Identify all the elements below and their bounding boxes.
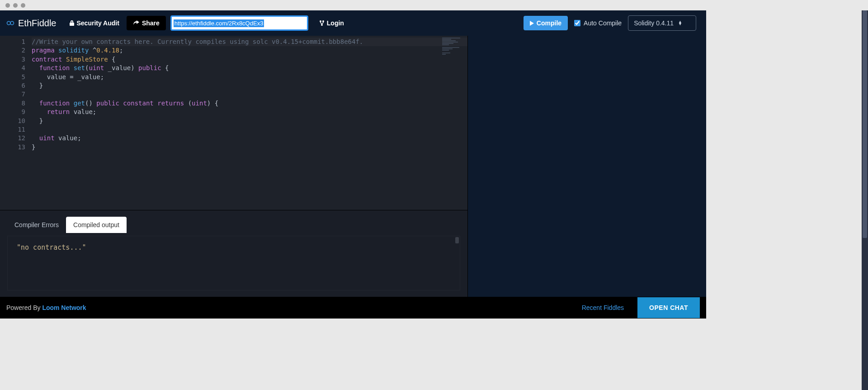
logo-icon — [6, 19, 14, 27]
right-panel — [467, 36, 706, 297]
login-link[interactable]: Login — [315, 16, 349, 30]
output-text: "no contracts..." — [17, 243, 86, 252]
open-chat-button[interactable]: OPEN CHAT — [637, 297, 700, 318]
compile-label: Compile — [537, 19, 561, 27]
editor-gutter: 12345678910111213 — [0, 36, 29, 210]
output-scrollbar[interactable] — [455, 237, 459, 243]
auto-compile-checkbox[interactable] — [574, 20, 580, 26]
security-audit-label: Security Audit — [77, 19, 119, 27]
footer-credit: Powered By Loom Network — [6, 304, 86, 311]
select-caret-icon: ▲▼ — [678, 21, 682, 25]
output-area: Compiler Errors Compiled output "no cont… — [0, 210, 467, 297]
solidity-version-select[interactable]: Solidity 0.4.11 ▲▼ — [628, 15, 696, 31]
security-audit-link[interactable]: Security Audit — [65, 16, 124, 30]
app-name: EthFiddle — [18, 18, 57, 29]
login-label: Login — [327, 19, 344, 27]
lock-icon — [69, 20, 75, 26]
svg-point-0 — [7, 21, 11, 25]
play-icon — [530, 21, 534, 26]
share-url-input[interactable]: https://ethfiddle.com/2Rx8cQdEx3 — [170, 15, 308, 31]
auto-compile-toggle[interactable]: Auto Compile — [574, 19, 622, 27]
auto-compile-label: Auto Compile — [584, 19, 622, 27]
fork-icon — [319, 20, 325, 26]
share-icon — [133, 20, 139, 26]
compile-button[interactable]: Compile — [524, 16, 568, 30]
tab-compiled-output[interactable]: Compiled output — [66, 217, 127, 233]
version-label: Solidity 0.4.11 — [634, 19, 674, 27]
footer: Powered By Loom Network Recent Fiddles O… — [0, 297, 706, 319]
output-pane[interactable]: "no contracts..." — [7, 236, 460, 290]
app-logo[interactable]: EthFiddle — [6, 18, 57, 29]
minimize-dot-icon[interactable] — [13, 3, 18, 8]
topbar: EthFiddle Security Audit Share https:/ — [0, 10, 706, 36]
loom-network-link[interactable]: Loom Network — [42, 304, 86, 311]
powered-prefix: Powered By — [6, 304, 42, 311]
share-label: Share — [142, 19, 160, 27]
window-titlebar — [0, 0, 706, 10]
close-dot-icon[interactable] — [5, 3, 10, 8]
code-editor[interactable]: 12345678910111213 //Write your own contr… — [0, 36, 467, 210]
svg-point-1 — [10, 21, 14, 25]
maximize-dot-icon[interactable] — [21, 3, 25, 8]
tab-compiler-errors[interactable]: Compiler Errors — [7, 217, 66, 233]
share-url-value: https://ethfiddle.com/2Rx8cQdEx3 — [174, 19, 264, 27]
editor-code[interactable]: //Write your own contracts here. Current… — [29, 36, 467, 210]
minimap-icon — [442, 38, 465, 60]
share-button[interactable]: Share — [127, 16, 166, 30]
recent-fiddles-link[interactable]: Recent Fiddles — [582, 304, 624, 311]
